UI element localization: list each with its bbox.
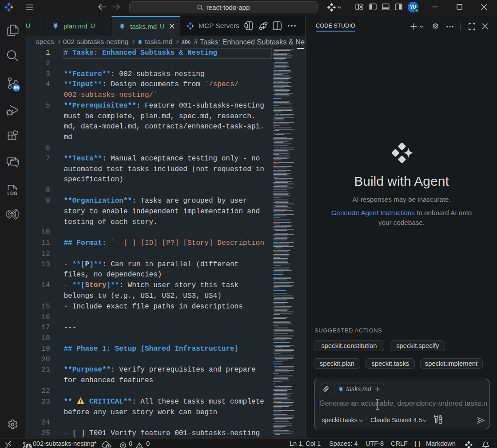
svg-text:LOG: LOG [8,191,18,196]
